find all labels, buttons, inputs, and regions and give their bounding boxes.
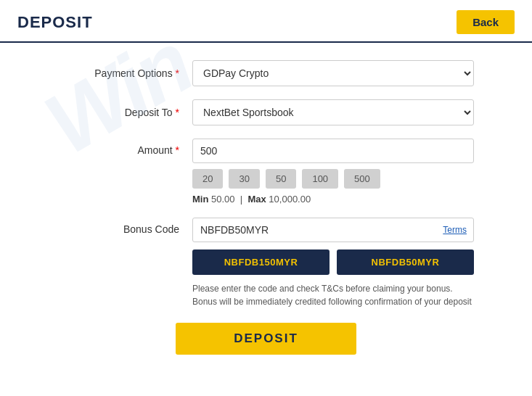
- min-label: Min: [192, 194, 208, 205]
- header: DEPOSIT Back: [0, 0, 532, 43]
- bonus-input-wrapper: Terms: [192, 218, 474, 242]
- terms-link[interactable]: Terms: [443, 225, 467, 235]
- deposit-to-label: Deposit To *: [58, 107, 192, 118]
- payment-options-select[interactable]: GDPay Crypto Bank Transfer Credit Card: [192, 60, 474, 86]
- deposit-button-row: DEPOSIT: [58, 323, 474, 355]
- deposit-to-control: NextBet Sportsbook NextBet Casino NextBe…: [192, 99, 474, 125]
- page-title: DEPOSIT: [17, 13, 93, 32]
- amount-row: Amount * 20 30 50 100 500 Min 50.00 | Ma…: [58, 139, 474, 205]
- deposit-to-row: Deposit To * NextBet Sportsbook NextBet …: [58, 99, 474, 125]
- bonus-code-buttons: NBFDB150MYR NBFDB50MYR: [192, 249, 474, 275]
- preset-500-button[interactable]: 500: [344, 169, 380, 189]
- deposit-to-select[interactable]: NextBet Sportsbook NextBet Casino NextBe…: [192, 99, 474, 125]
- deposit-button[interactable]: DEPOSIT: [176, 323, 356, 355]
- payment-options-row: Payment Options * GDPay Crypto Bank Tran…: [58, 60, 474, 86]
- max-value: 10,000.00: [269, 194, 311, 205]
- bonus-code-input[interactable]: [192, 218, 474, 242]
- bonus-notice: Please enter the code and check T&Cs bef…: [192, 282, 474, 308]
- preset-50-button[interactable]: 50: [266, 169, 296, 189]
- preset-30-button[interactable]: 30: [229, 169, 259, 189]
- bonus-code-btn2[interactable]: NBFDB50MYR: [337, 249, 474, 275]
- separator: |: [240, 194, 242, 205]
- deposit-form: Payment Options * GDPay Crypto Bank Tran…: [0, 43, 532, 369]
- amount-label: Amount *: [58, 139, 192, 156]
- max-label: Max: [247, 194, 266, 205]
- preset-amounts: 20 30 50 100 500: [192, 169, 474, 189]
- amount-limits: Min 50.00 | Max 10,000.00: [192, 194, 474, 205]
- back-button[interactable]: Back: [457, 10, 515, 34]
- amount-input[interactable]: [192, 139, 474, 163]
- payment-options-control: GDPay Crypto Bank Transfer Credit Card: [192, 60, 474, 86]
- bonus-code-row: Bonus Code Terms NBFDB150MYR NBFDB50MYR …: [58, 218, 474, 308]
- bonus-code-btn1[interactable]: NBFDB150MYR: [192, 249, 330, 275]
- min-value: 50.00: [211, 194, 235, 205]
- bonus-code-label: Bonus Code: [58, 218, 192, 235]
- preset-20-button[interactable]: 20: [192, 169, 223, 189]
- preset-100-button[interactable]: 100: [302, 169, 338, 189]
- amount-control: 20 30 50 100 500 Min 50.00 | Max 10,000.…: [192, 139, 474, 205]
- bonus-code-control: Terms NBFDB150MYR NBFDB50MYR Please ente…: [192, 218, 474, 308]
- payment-options-label: Payment Options *: [58, 67, 192, 79]
